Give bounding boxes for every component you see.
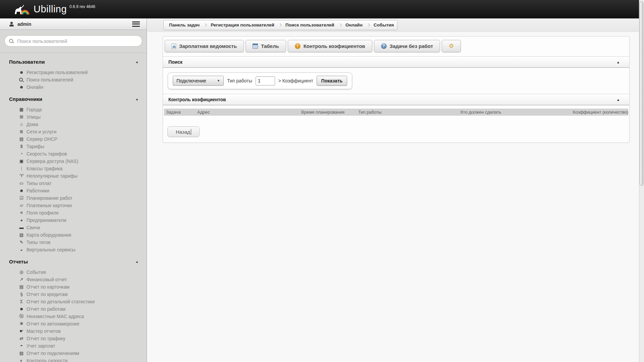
table-column-header: Адрес xyxy=(195,110,299,115)
sidebar-menu-item[interactable]: $ Тарифы xyxy=(18,143,147,150)
sidebar-menu-item[interactable]: ◒ Виртуальные сервисы xyxy=(18,246,147,253)
sidebar-item-label: Регистрация пользователей xyxy=(26,70,88,75)
user-register-icon: ☻ xyxy=(18,69,24,75)
sidebar-menu-item[interactable]: ☻ Онлайн xyxy=(18,83,147,91)
sidebar-item-label: События xyxy=(26,269,46,275)
sidebar-menu-item[interactable]: ▭ Типы оплат xyxy=(18,180,147,187)
sidebar-menu-item[interactable]: ◔ Скорость тарифов xyxy=(18,150,147,158)
salary-icon: ◓ xyxy=(18,343,24,349)
sidebar-menu-item[interactable]: ▧ Карта оборудования xyxy=(18,231,147,239)
sidebar-menu-item[interactable]: § Отчет по кредитам xyxy=(18,291,147,298)
sidebar-menu-item[interactable]: Ⓝ Неизвестные MAC адреса xyxy=(18,313,147,320)
sidebar-menu-item[interactable]: Поиск пользователей xyxy=(18,76,147,83)
sidebar-menu-item[interactable]: ♈ Непопулярные тарифы xyxy=(18,172,147,180)
sidebar-menu-item[interactable]: ☻ Отчет по работам xyxy=(18,305,147,313)
breadcrumb: Панель задач Регистрация пользователей П… xyxy=(163,20,397,30)
chevron-right-icon xyxy=(338,23,342,27)
autofreeze-report-icon: ❄ xyxy=(18,321,24,327)
networks-services-icon: ≣ xyxy=(18,129,24,135)
sidebar-section-header[interactable]: Справочники ▲ xyxy=(9,96,147,102)
sidebar-menu-item[interactable]: ☛ Мастер отчетов xyxy=(18,327,147,335)
scrollbar-thumb[interactable] xyxy=(640,1,643,186)
sidebar-menu-item[interactable]: ≣ Сети и услуги xyxy=(18,128,147,135)
search-panel-header[interactable]: Поиск ▲ xyxy=(163,56,629,68)
user-search-input[interactable] xyxy=(16,38,138,44)
sidebar-menu-item[interactable]: ✎ Типы тегов xyxy=(18,239,147,246)
sidebar-menu-item[interactable]: ❄ Отчет по автозаморозке xyxy=(18,320,147,327)
breadcrumb-item[interactable]: Поиск пользователей xyxy=(282,22,342,27)
current-user-row[interactable]: admin xyxy=(0,18,147,30)
sidebar-item-label: Контроль скорости xyxy=(26,358,68,362)
sidebar-menu-item[interactable]: ☑ Планирование работ xyxy=(18,194,147,202)
breadcrumb-item[interactable]: Панель задач xyxy=(166,22,207,27)
content-panel: Зарплатная ведомость Табель ! Контроль к… xyxy=(163,36,630,143)
sidebar-item-label: Финансовый отчет xyxy=(26,277,67,282)
sidebar-item-label: Мастер отчетов xyxy=(26,328,61,334)
sidebar-menu-item[interactable]: ▦ Города xyxy=(18,106,147,113)
toolbar-button[interactable]: Табель xyxy=(246,40,286,52)
sidebar-menu-item[interactable]: ◓ Учет зарплат xyxy=(18,342,147,350)
sidebar-menu-item[interactable]: ☻ Регистрация пользователей xyxy=(18,69,147,76)
back-button[interactable]: Назад xyxy=(167,126,200,137)
sidebar-menu-item[interactable]: ⇄ Отчет по трафику xyxy=(18,335,147,342)
sidebar-menu-item[interactable]: ⊞ Улицы xyxy=(18,113,147,121)
coefficients-panel-header[interactable]: Контроль коэфициентов ▲ xyxy=(163,94,629,105)
sidebar-item-label: Отчет по трафику xyxy=(26,336,65,341)
sidebar-menu-item[interactable]: ⋮ Классы трафика xyxy=(18,165,147,172)
search-type-value: Подключение xyxy=(176,78,206,83)
tag-types-icon: ✎ xyxy=(18,239,24,245)
report-master-icon: ☛ xyxy=(18,328,24,334)
sidebar-menu-item[interactable]: ◕ Предприниматели xyxy=(18,217,147,224)
table-column-header: Коэффициент (количество) xyxy=(571,110,628,115)
sidebar-menu-item[interactable]: ▱ Платежные карточки xyxy=(18,202,147,209)
breadcrumb-item[interactable]: Регистрация пользователей xyxy=(207,22,282,27)
page-scrollbar[interactable] xyxy=(639,0,644,362)
sidebar-menu-item[interactable]: ▤ Отчет по карточкам xyxy=(18,283,147,291)
show-button[interactable]: Показать xyxy=(317,76,347,86)
breadcrumb-item[interactable]: Онлайн xyxy=(342,22,370,27)
cards-report-icon: ▤ xyxy=(18,284,24,290)
sidebar-section-title: Справочники xyxy=(9,96,42,102)
profile-fields-icon: ≡ xyxy=(18,210,24,216)
sidebar-section-header[interactable]: Пользователи ▲ xyxy=(9,59,147,65)
houses-icon: ⌂ xyxy=(18,121,24,127)
sidebar-menu-item[interactable]: ◐ Контроль скорости xyxy=(18,357,147,362)
warning-icon: ! xyxy=(295,43,301,49)
virtual-services-icon: ◒ xyxy=(18,247,24,253)
sidebar-menu-item[interactable]: ▬ Свичи xyxy=(18,224,147,231)
main-area: Панель задач Регистрация пользователей П… xyxy=(147,18,639,362)
search-type-select[interactable]: Подключение ▼ xyxy=(173,76,224,86)
payment-cards-icon: ▱ xyxy=(18,202,24,208)
toolbar-button[interactable]: Зарплатная ведомость xyxy=(165,40,244,52)
sidebar-section-title: Отчеты xyxy=(9,259,28,264)
sidebar-menu-item[interactable]: ◎ События xyxy=(18,268,147,276)
sidebar-item-label: Типы тегов xyxy=(26,240,50,245)
sidebar-menu-item[interactable]: Σ Отчет по детальной статистике xyxy=(18,298,147,305)
table-column-header: Тип работы xyxy=(356,110,459,115)
menu-toggle-icon[interactable] xyxy=(132,21,140,27)
sidebar-item-label: Дома xyxy=(26,122,38,127)
toolbar-button[interactable]: ? Задачи без работ xyxy=(374,40,440,52)
work-type-input[interactable] xyxy=(256,76,275,85)
toolbar-button[interactable]: ⚙ xyxy=(442,40,461,52)
breadcrumb-item[interactable]: События xyxy=(370,22,395,27)
sidebar-search-area xyxy=(0,30,147,53)
sidebar-item-label: Отчет по автозаморозке xyxy=(26,321,79,326)
topbar: Ubilling 0.6.9 rev 4646 xyxy=(0,0,639,18)
toolbar-button[interactable]: ! Контроль коэфициентов xyxy=(288,40,372,52)
finance-report-icon: ↗ xyxy=(18,277,24,283)
sidebar-menu-item[interactable]: ▤ Сервер DHCP xyxy=(18,135,147,143)
version-label: 0.6.9 rev 4646 xyxy=(69,4,95,9)
text-cursor xyxy=(191,129,191,135)
sidebar-menu-item[interactable]: ▣ Сервера доступа (NAS) xyxy=(18,158,147,165)
sidebar-menu-item[interactable]: ⌂ Дома xyxy=(18,121,147,128)
sidebar-menu-item[interactable]: ≡ Поля профиля xyxy=(18,209,147,217)
sidebar-menu-item[interactable]: ☻ Работники xyxy=(18,187,147,194)
sidebar-menu-item[interactable]: ↗ Финансовый отчет xyxy=(18,276,147,283)
sidebar-section-header[interactable]: Отчеты ▲ xyxy=(9,259,147,264)
table-column-header: Время планирования xyxy=(299,110,356,115)
sidebar-menu-item[interactable]: ▨ Отчет по подключениям xyxy=(18,350,147,357)
ubilling-logo[interactable] xyxy=(13,4,30,15)
tariff-speeds-icon: ◔ xyxy=(18,151,24,157)
collapse-arrow-icon: ▲ xyxy=(616,98,620,102)
